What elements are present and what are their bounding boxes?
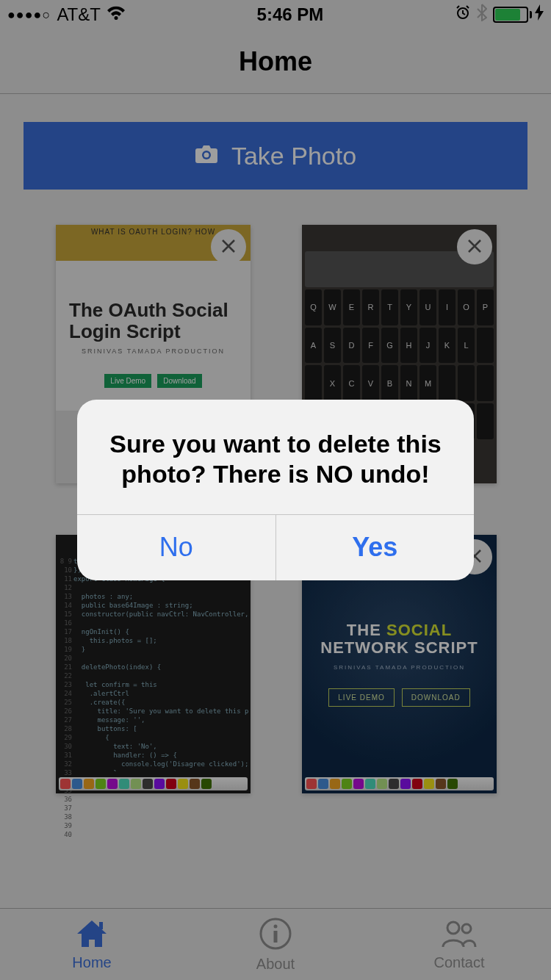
- modal-overlay: Sure you want to delete this photo? Ther…: [0, 0, 551, 980]
- dialog-message: Sure you want to delete this photo? Ther…: [77, 400, 474, 514]
- dialog-no-button[interactable]: No: [77, 514, 276, 580]
- dialog-buttons: No Yes: [77, 514, 474, 580]
- confirm-delete-dialog: Sure you want to delete this photo? Ther…: [77, 400, 474, 580]
- dialog-yes-button[interactable]: Yes: [276, 514, 475, 580]
